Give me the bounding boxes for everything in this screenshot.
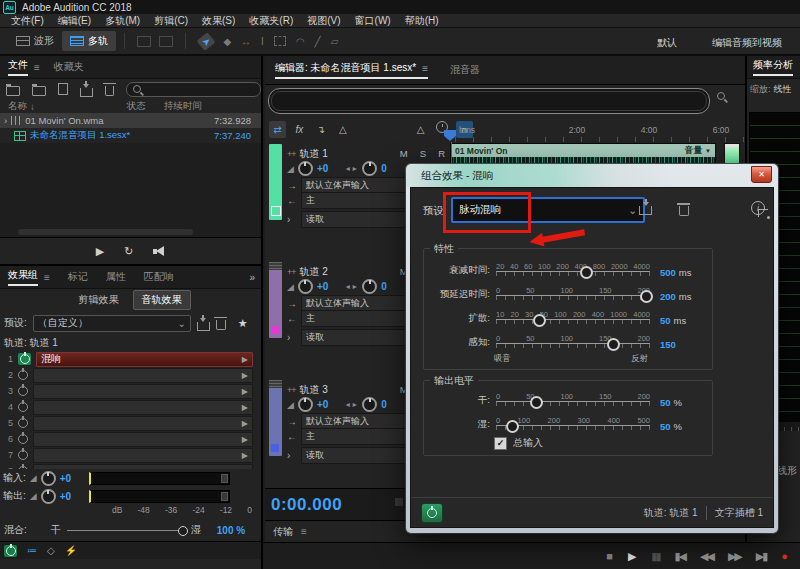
mute-button[interactable]: M (400, 148, 408, 159)
col-duration[interactable]: 持续时间 (164, 100, 202, 113)
power-icon[interactable] (18, 450, 28, 460)
delete-preset-icon[interactable] (679, 206, 689, 216)
save-icon[interactable] (80, 88, 93, 97)
track-name[interactable]: 轨道 3 (300, 383, 328, 397)
automation-expander-icon[interactable]: › (287, 450, 297, 461)
dropdown-triangle-icon[interactable]: ▼ (705, 148, 711, 154)
power-icon[interactable] (18, 434, 28, 444)
menu-window[interactable]: 窗口(W) (348, 14, 398, 28)
slot-arrow-icon[interactable]: ▶ (242, 435, 248, 444)
menu-effects[interactable]: 效果(S) (195, 14, 242, 28)
time-selection-tool[interactable]: I (261, 36, 264, 47)
trash-icon[interactable] (105, 86, 115, 96)
fx-slot-3[interactable]: 3▶ (0, 383, 261, 399)
time-display[interactable]: 0:00.000 (271, 495, 342, 515)
pan-knob[interactable] (362, 161, 377, 176)
menu-favorites[interactable]: 收藏夹(R) (242, 14, 300, 28)
fx-slot-6[interactable]: 6▶ (0, 431, 261, 447)
power-icon[interactable] (18, 402, 28, 412)
menu-view[interactable]: 视图(V) (300, 14, 347, 28)
track-color-strip[interactable] (269, 380, 282, 456)
dialog-close-button[interactable]: ✕ (751, 166, 772, 183)
marquee-tool[interactable] (274, 36, 286, 46)
pause-button[interactable]: ▮▮ (651, 550, 659, 563)
slider-knob[interactable] (607, 338, 620, 351)
info-icon[interactable]: i (751, 201, 765, 215)
menu-clip[interactable]: 剪辑(C) (147, 14, 195, 28)
fx-slot-8[interactable]: 8▶ (0, 463, 261, 469)
tab-frequency-analysis[interactable]: 频率分析 (753, 58, 793, 76)
slider-knob[interactable] (580, 266, 593, 279)
zoom-navigator[interactable] (268, 88, 710, 114)
expander-icon[interactable]: › (4, 115, 7, 126)
track-name[interactable]: 轨道 2 (300, 265, 328, 279)
preview-play-button[interactable]: ▶ (96, 245, 104, 258)
dry-slider[interactable]: 050100150200 (496, 392, 650, 411)
move-tool[interactable]: ➤ (197, 31, 216, 50)
power-icon[interactable] (18, 418, 28, 428)
tab-editor[interactable]: 编辑器: 未命名混音项目 1.sesx*≡ (275, 61, 428, 79)
slot-arrow-icon[interactable]: ▶ (242, 467, 248, 470)
fx-slot-2[interactable]: 2▶ (0, 367, 261, 383)
arm-record-button[interactable]: R (438, 148, 445, 159)
rewind-button[interactable]: ◀◀ (700, 550, 713, 563)
import-file-icon[interactable] (32, 86, 46, 96)
slot-arrow-icon[interactable]: ▶ (242, 371, 248, 380)
tab-favorites[interactable]: 收藏夹 (54, 60, 84, 74)
stop-button[interactable]: ■ (606, 550, 613, 562)
diffusion-slider[interactable]: 1020305010020040010004000 (496, 310, 650, 329)
fx-icon[interactable]: fx (291, 121, 308, 138)
to-start-button[interactable]: ▮◀ (674, 550, 685, 563)
volume-knob[interactable] (298, 279, 313, 294)
preset-diamond-icon[interactable]: ◇ (47, 545, 55, 556)
pre-delay-slider[interactable]: 050100150200 (496, 286, 650, 305)
file-row-wma[interactable]: › 01 Movin' On.wma 7:32.928 (0, 113, 261, 128)
automation-expander-icon[interactable]: › (287, 332, 297, 343)
slot-arrow-icon[interactable]: ▶ (242, 355, 248, 364)
track-color-strip[interactable] (269, 144, 282, 220)
dialog-titlebar[interactable]: 组合效果 - 混响 (406, 164, 778, 187)
panel-menu-box[interactable] (395, 498, 403, 506)
col-name[interactable]: 名称 (8, 100, 27, 113)
lightning-icon[interactable]: ⚡ (65, 545, 77, 556)
new-file-icon[interactable] (58, 83, 68, 95)
multitrack-view-button[interactable]: 多轨 (62, 31, 116, 51)
workspace-edit-av-button[interactable]: 编辑音频到视频 (712, 36, 782, 50)
slot-arrow-icon[interactable]: ▶ (242, 419, 248, 428)
routing-icon[interactable]: ↴ (313, 121, 330, 138)
horizontal-scrollbar[interactable] (18, 229, 193, 235)
input-gain-knob[interactable] (41, 471, 56, 486)
record-button[interactable]: ● (781, 550, 788, 562)
panel-menu-icon[interactable]: ≡ (301, 526, 307, 537)
effect-power-toggle[interactable] (421, 503, 443, 523)
power-icon[interactable] (18, 370, 28, 380)
metronome-icon[interactable]: △ (412, 121, 429, 138)
tab-markers[interactable]: 标记 (68, 270, 88, 284)
search-box[interactable] (126, 82, 261, 97)
slider-knob[interactable] (506, 420, 519, 433)
power-icon[interactable] (18, 466, 28, 469)
volume-knob[interactable] (298, 397, 313, 412)
fx-slot-7[interactable]: 7▶ (0, 447, 261, 463)
save-preset-icon[interactable] (639, 206, 652, 215)
slider-knob[interactable] (530, 396, 543, 409)
slot-arrow-icon[interactable]: ▶ (242, 403, 248, 412)
brush-tool[interactable]: ╱ (315, 36, 321, 47)
workspace-default-button[interactable]: 默认 (657, 36, 677, 50)
open-file-icon[interactable] (6, 86, 20, 96)
zoom-scale-select[interactable]: 线性 (774, 83, 792, 96)
delete-preset-icon[interactable] (216, 320, 226, 330)
clip-effects-button[interactable]: 剪辑效果 (71, 291, 127, 309)
track-name[interactable]: 轨道 1 (300, 147, 328, 161)
file-list-empty[interactable] (0, 143, 261, 238)
list-icon[interactable]: ≔ (27, 545, 37, 556)
clip-volume-label[interactable]: 音量 (685, 145, 702, 157)
pan-knob[interactable] (362, 279, 377, 294)
pan-knob[interactable] (362, 397, 377, 412)
fx-slot-4[interactable]: 4▶ (0, 399, 261, 415)
eraser-tool[interactable]: ▱ (331, 36, 339, 47)
slot-arrow-icon[interactable]: ▶ (242, 387, 248, 396)
sum-inputs-checkbox[interactable]: ✓ (494, 437, 507, 450)
mix-knob[interactable] (178, 526, 188, 536)
razor-tool[interactable]: ◆ (223, 36, 231, 47)
